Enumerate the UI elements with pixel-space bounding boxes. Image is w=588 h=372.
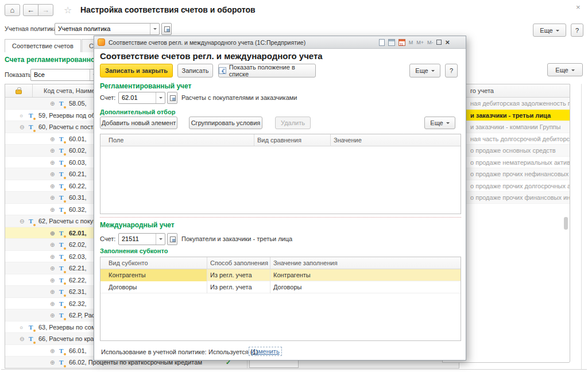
account-type-icon: T xyxy=(59,309,66,321)
subconto-value-cell: Договоры xyxy=(270,281,462,293)
account-code-text: 62.02, xyxy=(69,241,87,248)
calendar-icon[interactable]: 31 xyxy=(399,39,405,46)
intl-account-combobox[interactable]: 21511 xyxy=(118,233,165,245)
dropdown-arrow-icon[interactable] xyxy=(156,234,165,245)
tree-expand-icon[interactable]: ⊖ xyxy=(20,334,27,345)
account-type-icon: T xyxy=(59,204,66,216)
form-bottom-border xyxy=(1,369,587,370)
tree-expand-icon[interactable]: ⊖ xyxy=(20,122,27,133)
account-code-text: 62.22, xyxy=(69,277,87,284)
subconto-col-type[interactable]: Вид субконто xyxy=(109,259,148,266)
forward-button[interactable]: → xyxy=(38,4,53,16)
subconto-col-value[interactable]: Значение заполнения xyxy=(273,259,338,266)
page-help-button[interactable]: ? xyxy=(571,24,583,37)
usage-label: Использование в учетной политике: xyxy=(101,348,207,355)
account-code-text: 60.02, xyxy=(69,147,87,154)
memory-mplus-button[interactable]: M+ xyxy=(416,40,424,45)
account-code-text: 60.01, xyxy=(69,135,87,142)
tree-expand-icon[interactable]: ⊕ xyxy=(50,98,57,110)
save-and-close-button[interactable]: Записать и закрыть xyxy=(100,64,173,78)
app-window: ⌂ ← → ☆ Настройка соответствия счетов и … xyxy=(0,0,588,372)
account-type-icon: T xyxy=(29,110,36,122)
tree-expand-icon[interactable]: ⊖ xyxy=(20,216,27,227)
policy-value: Учетная политика xyxy=(55,24,150,34)
tree-expand-icon[interactable]: ⊕ xyxy=(50,145,57,157)
save-document-icon[interactable] xyxy=(379,39,385,46)
show-filter-value: Все xyxy=(31,69,90,80)
tree-expand-icon[interactable]: ⊕ xyxy=(50,310,57,321)
filter-more-button[interactable]: Еще xyxy=(424,117,455,129)
filter-col-field[interactable]: Поле xyxy=(109,137,123,144)
save-button[interactable]: Записать xyxy=(177,64,213,78)
policy-combobox[interactable]: Учетная политика xyxy=(55,23,160,35)
intl-account-open-button[interactable] xyxy=(167,233,177,245)
tree-expand-icon[interactable]: ⊕ xyxy=(50,357,57,369)
account-type-icon: T xyxy=(59,286,66,298)
intl-account-description: Покупатели и заказчики - третьи лица xyxy=(181,235,292,242)
favorite-star-icon[interactable]: ☆ xyxy=(64,5,72,16)
dialog-close-button[interactable]: × xyxy=(445,38,450,46)
tree-expand-icon[interactable]: ⊕ xyxy=(50,239,57,251)
dialog-titlebar[interactable]: Соответствие счетов регл. и международно… xyxy=(94,36,466,49)
reg-account-label: Счет: xyxy=(100,94,115,101)
subconto-row[interactable]: Контрагенты Из регл. учета Контрагенты xyxy=(100,269,461,281)
account-code-text: 60.32, xyxy=(69,206,87,213)
subconto-col-method[interactable]: Способ заполнения xyxy=(210,259,268,266)
maximize-button[interactable] xyxy=(436,40,442,45)
page-close-button[interactable]: × xyxy=(576,3,581,11)
intl-column-header[interactable]: го учета xyxy=(470,87,494,94)
tree-expand-icon[interactable]: ⊕ xyxy=(50,181,57,192)
subconto-row[interactable]: Договоры Из регл. учета Договоры xyxy=(100,281,461,293)
show-filter-label: Показать: xyxy=(5,71,33,78)
right-scrollbar-thumb[interactable] xyxy=(564,217,568,230)
show-position-button[interactable]: Показать положение в списке xyxy=(218,64,316,78)
policy-open-button[interactable] xyxy=(161,23,172,35)
memory-mminus-button[interactable]: M- xyxy=(427,40,434,45)
page-more-button[interactable]: Еще xyxy=(533,24,566,37)
tree-expand-icon[interactable]: ⊕ xyxy=(50,134,57,145)
back-button[interactable]: ← xyxy=(23,4,38,16)
add-filter-element-button[interactable]: Добавить новый элемент xyxy=(100,117,177,129)
tree-expand-icon[interactable]: ⊕ xyxy=(50,204,57,216)
mapping-dialog: Соответствие счетов регл. и международно… xyxy=(94,36,466,361)
reg-account-combobox[interactable]: 62.01 xyxy=(118,92,165,104)
delete-filter-button[interactable]: Удалить xyxy=(275,117,311,129)
subconto-section-heading: Заполнения субконто xyxy=(100,247,168,254)
filter-col-value[interactable]: Значение xyxy=(334,137,362,144)
right-panel-more-button[interactable]: Еще xyxy=(547,63,583,76)
filter-conditions-table: Поле Вид сравнения Значение xyxy=(100,134,461,214)
tree-expand-icon[interactable]: ⊕ xyxy=(50,286,57,298)
show-filter-combobox[interactable]: Все xyxy=(30,69,99,81)
dropdown-arrow-icon[interactable] xyxy=(150,24,159,34)
tree-expand-icon[interactable]: ⊕ xyxy=(50,192,57,204)
tree-expand-icon[interactable]: ○ xyxy=(20,322,27,334)
calculator-icon[interactable] xyxy=(388,39,395,46)
tree-expand-icon[interactable]: ⊕ xyxy=(50,346,57,357)
intl-account-text: ная дебиторская задолженность покупателе… xyxy=(470,100,570,107)
tree-expand-icon[interactable]: ○ xyxy=(20,110,27,122)
tree-expand-icon[interactable]: ⊕ xyxy=(50,251,57,263)
tree-expand-icon[interactable]: ⊕ xyxy=(50,157,57,169)
tree-expand-icon[interactable]: ⊕ xyxy=(50,299,57,310)
memory-m-button[interactable]: M xyxy=(409,40,413,45)
intl-account-text: о продаже прочих долгосрочных активов xyxy=(470,183,570,189)
reg-account-description: Расчеты с покупателями и заказчиками xyxy=(181,94,297,101)
tree-expand-icon[interactable]: ⊕ xyxy=(50,263,57,274)
tab-account-mapping[interactable]: Соответствие счетов xyxy=(5,39,81,52)
account-code-text: 60.31, xyxy=(69,194,87,201)
tree-expand-icon[interactable]: ⊕ xyxy=(50,228,57,239)
dropdown-arrow-icon[interactable] xyxy=(156,92,165,103)
home-button[interactable]: ⌂ xyxy=(5,4,20,16)
tree-expand-icon[interactable]: ⊕ xyxy=(50,169,57,180)
dialog-titlebar-title: Соответствие счетов регл. и международно… xyxy=(109,39,379,46)
account-type-icon: T xyxy=(59,145,66,157)
group-conditions-button[interactable]: Сгруппировать условия xyxy=(189,117,262,129)
dialog-more-button[interactable]: Еще xyxy=(409,64,440,78)
tree-expand-icon[interactable]: ⊕ xyxy=(50,275,57,286)
filter-col-comparison[interactable]: Вид сравнения xyxy=(257,137,301,144)
account-type-icon: T xyxy=(29,333,36,345)
usage-change-link[interactable]: Изменить xyxy=(249,347,282,356)
subconto-table: Вид субконто Способ заполнения Значение … xyxy=(100,257,461,341)
dialog-help-button[interactable]: ? xyxy=(445,64,458,78)
reg-account-open-button[interactable] xyxy=(167,92,177,104)
